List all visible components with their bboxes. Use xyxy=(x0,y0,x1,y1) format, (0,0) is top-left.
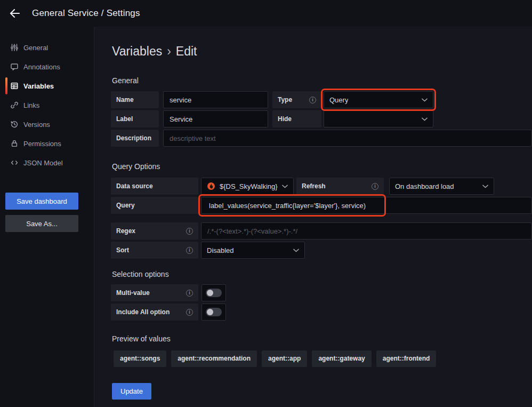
preview-heading: Preview of values xyxy=(112,334,171,343)
preview-values-row: agent::songs agent::recommendation agent… xyxy=(114,350,436,367)
sidebar-item-label: Variables xyxy=(23,82,54,90)
sidebar-item-label: Annotations xyxy=(23,63,60,71)
toggle-track xyxy=(206,289,222,297)
page-title: Variables › Edit xyxy=(112,44,197,59)
settings-sidebar: General Annotations Variables Links Vers… xyxy=(0,27,94,407)
save-dashboard-button[interactable]: Save dashboard xyxy=(5,193,78,210)
info-icon[interactable]: i xyxy=(186,290,193,297)
page-breadcrumb-title: General Service / Settings xyxy=(32,0,140,27)
sidebar-item-versions[interactable]: Versions xyxy=(0,115,94,134)
include-all-toggle[interactable] xyxy=(201,304,226,321)
include-all-field-label: Include All option i xyxy=(111,304,198,321)
data-source-picker[interactable]: ${DS_SkyWalking} xyxy=(201,178,294,195)
description-input[interactable] xyxy=(163,130,532,147)
sidebar-item-variables[interactable]: Variables xyxy=(0,76,94,95)
sidebar-item-label: Permissions xyxy=(23,140,61,148)
top-header: General Service / Settings xyxy=(0,0,532,27)
selection-options-heading: Selection options xyxy=(112,270,169,278)
chevron-down-icon xyxy=(293,249,299,252)
breadcrumb-section: Variables xyxy=(112,44,162,59)
sidebar-item-links[interactable]: Links xyxy=(0,95,94,115)
back-arrow-icon[interactable] xyxy=(9,7,21,20)
toggle-knob xyxy=(207,290,213,296)
name-input[interactable] xyxy=(163,91,268,108)
chevron-down-icon xyxy=(482,185,488,188)
history-icon xyxy=(10,120,19,129)
type-field-label: Type i xyxy=(272,91,321,108)
refresh-select[interactable]: On dashboard load xyxy=(389,178,494,195)
name-field-label: Name xyxy=(111,91,159,108)
info-icon[interactable]: i xyxy=(186,247,193,254)
data-source-field-label: Data source xyxy=(111,178,198,195)
query-options-heading: Query Options xyxy=(112,162,160,171)
regex-field-label: Regex i xyxy=(111,222,198,240)
general-section-heading: General xyxy=(112,76,139,85)
info-icon[interactable]: i xyxy=(372,183,378,190)
preview-value-chip: agent::recommendation xyxy=(171,350,257,367)
preview-value-chip: agent::app xyxy=(262,350,307,367)
grid-icon xyxy=(10,82,19,90)
preview-value-chip: agent::frontend xyxy=(376,350,437,367)
sort-select[interactable]: Disabled xyxy=(201,242,305,259)
breadcrumb-page: Edit xyxy=(176,44,197,59)
preview-value-chip: agent::gateway xyxy=(312,350,371,367)
chevron-down-icon xyxy=(282,185,288,188)
dashboard-settings-page: General Service / Settings General Annot… xyxy=(0,0,532,407)
prometheus-flame-icon xyxy=(207,182,215,190)
info-icon[interactable]: i xyxy=(186,309,193,316)
multi-value-toggle[interactable] xyxy=(201,284,226,301)
preview-value-chip: agent::songs xyxy=(114,350,166,367)
regex-input[interactable] xyxy=(201,222,532,240)
hide-field-label: Hide xyxy=(272,110,321,127)
save-as-button[interactable]: Save As... xyxy=(5,215,78,232)
description-field-label: Description xyxy=(111,130,159,147)
lock-icon xyxy=(10,139,19,148)
variable-editor-panel: Variables › Edit General Name Type i Que… xyxy=(94,27,532,407)
sidebar-item-general[interactable]: General xyxy=(0,38,94,57)
sidebar-item-label: Links xyxy=(23,101,39,109)
update-button[interactable]: Update xyxy=(112,383,151,400)
label-input[interactable] xyxy=(163,110,268,127)
refresh-field-label: Refresh i xyxy=(296,178,384,195)
chevron-down-icon xyxy=(422,117,428,121)
toggle-knob xyxy=(207,309,213,315)
breadcrumb-separator: › xyxy=(167,44,171,59)
query-field-label: Query xyxy=(111,197,198,214)
sidebar-item-label: Versions xyxy=(23,121,50,129)
sidebar-item-json-model[interactable]: JSON Model xyxy=(0,153,94,172)
label-field-label: Label xyxy=(111,110,159,127)
hide-select[interactable] xyxy=(324,110,433,127)
comment-icon xyxy=(10,62,19,71)
toggle-track xyxy=(206,308,222,316)
sidebar-item-label: General xyxy=(23,44,48,52)
sidebar-item-permissions[interactable]: Permissions xyxy=(0,134,94,153)
link-icon xyxy=(10,101,19,109)
chevron-down-icon xyxy=(422,98,428,102)
query-input[interactable]: label_values(service_traffic{layer='$lay… xyxy=(201,197,532,214)
sidebar-item-label: JSON Model xyxy=(23,159,63,167)
code-icon xyxy=(10,158,19,167)
sort-field-label: Sort i xyxy=(111,242,198,259)
type-select[interactable]: Query xyxy=(324,91,433,108)
info-icon[interactable]: i xyxy=(186,228,193,235)
sidebar-item-annotations[interactable]: Annotations xyxy=(0,57,94,76)
multi-value-field-label: Multi-value i xyxy=(111,284,198,301)
info-icon[interactable]: i xyxy=(309,97,316,103)
sliders-icon xyxy=(10,43,19,52)
